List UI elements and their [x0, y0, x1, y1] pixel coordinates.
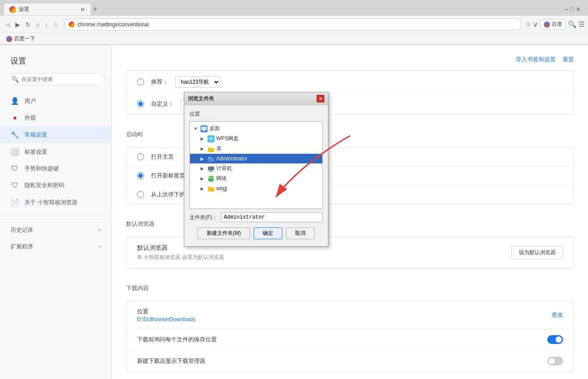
bookmark-button[interactable]: ☆	[51, 19, 60, 30]
window-close-button[interactable]: ✕	[576, 6, 581, 13]
sidebar-item-privacy-label: 隐私安全和密码	[25, 181, 64, 189]
show-manager-toggle[interactable]	[547, 357, 563, 365]
download-button[interactable]: ↓	[43, 19, 49, 30]
reset-link[interactable]: 重置	[563, 56, 574, 64]
tree-item-computer[interactable]: ▶ 计算机	[190, 163, 322, 174]
set-default-button[interactable]: 设为默认浏览器	[511, 246, 563, 259]
dialog-titlebar: 浏览文件夹 ✕	[184, 92, 328, 105]
sidebar-item-tabs-label: 标签设置	[25, 148, 47, 156]
ask-save-toggle[interactable]	[547, 335, 563, 344]
recommend-row: 推荐： hao123导航	[127, 71, 574, 93]
dialog-close-button[interactable]: ✕	[317, 95, 324, 103]
window-maximize-button[interactable]: □	[570, 6, 574, 13]
external-link-icon: ↗	[97, 227, 101, 233]
ask-save-slider	[547, 335, 563, 344]
window-minimize-button[interactable]: ─	[564, 6, 569, 13]
baidu-search-button[interactable]: 百度	[540, 19, 566, 29]
tree-arrow-wps: ▶	[201, 136, 206, 141]
tree-item-wbgj[interactable]: ▶ wbgj	[190, 184, 322, 193]
custom-radio[interactable]	[137, 100, 144, 107]
address-favicon	[69, 21, 75, 28]
change-location-link[interactable]: 更改	[552, 311, 563, 319]
baidu-icon	[544, 21, 550, 28]
settings-title: 设置	[0, 52, 112, 73]
tree-arrow-computer: ▶	[201, 166, 206, 171]
download-section-label: 下载内容	[126, 281, 574, 296]
cancel-button[interactable]: 取消	[286, 227, 315, 239]
sidebar-link-history[interactable]: 历史记录 ↗	[0, 222, 112, 238]
privacy-icon: 🛡	[11, 181, 19, 189]
sidebar-item-user-label: 用户	[25, 97, 36, 105]
recommend-dropdown[interactable]: hao123导航	[175, 76, 220, 88]
startup-newtab-label: 打开新标签页	[151, 172, 185, 180]
tree-arrow-desktop: ▼	[194, 126, 199, 131]
sidebar-item-appearance-label: 外观	[25, 114, 36, 122]
menu-button[interactable]: ☰	[578, 20, 584, 28]
network-icon	[208, 175, 215, 182]
address-bar[interactable]: chrome://settings/conventional	[64, 18, 521, 31]
external-link-icon-2: ↗	[97, 244, 101, 250]
wbgj-label: wbgj	[216, 185, 227, 191]
admin-label: Administrator	[216, 156, 247, 162]
show-manager-label: 新建下载后显示下载管理器	[137, 357, 547, 365]
back-button[interactable]: ◀	[4, 19, 12, 30]
sidebar-item-general-label: 常规设置	[25, 131, 47, 139]
svg-rect-0	[201, 127, 207, 130]
sidebar-item-user[interactable]: 👤 用户	[0, 92, 112, 110]
sidebar-link-extensions[interactable]: 扩展程序 ↗	[0, 238, 112, 255]
tree-arrow-wbgj: ▶	[201, 186, 206, 191]
svg-rect-5	[208, 157, 211, 158]
search-button[interactable]: 🔍	[568, 20, 577, 28]
browse-folder-dialog[interactable]: 浏览文件夹 ✕ 位置 ▼ 桌面 ▶ W	[184, 92, 328, 247]
sidebar-item-about[interactable]: 📄 关于 小智双核浏览器	[0, 194, 112, 211]
startup-restore-radio[interactable]	[137, 191, 144, 198]
sidebar-item-gestures[interactable]: 🛡 手势和快捷键	[0, 160, 112, 177]
tree-item-admin[interactable]: ▶ Administrator	[190, 154, 322, 163]
svg-rect-6	[208, 166, 214, 170]
svg-rect-1	[203, 130, 205, 131]
wrench-icon: 🔧	[11, 131, 19, 139]
tree-item-wps[interactable]: ▶ W WPS网盘	[190, 134, 322, 144]
svg-rect-3	[208, 147, 211, 149]
svg-rect-10	[208, 187, 211, 188]
search-icon: 🔍	[11, 76, 19, 83]
home-button[interactable]: ⌂	[34, 19, 41, 30]
recommend-radio[interactable]	[137, 78, 144, 85]
settings-search-input[interactable]	[7, 73, 105, 85]
svg-rect-7	[210, 171, 212, 172]
settings-search-box[interactable]: 🔍	[7, 73, 105, 85]
bookmark-baidu[interactable]: 百度一下	[4, 34, 38, 43]
user-icon: 👤	[11, 97, 19, 105]
tree-item-desktop[interactable]: ▼ 桌面	[190, 124, 322, 134]
new-folder-button[interactable]: 新建文件夹(M)	[197, 227, 250, 239]
import-link[interactable]: 导入书签和设置	[516, 56, 556, 64]
browser-tab[interactable]: 设置 ✕	[4, 3, 91, 15]
address-text: chrome://settings/conventional	[77, 21, 516, 28]
recommend-label: 推荐：	[151, 78, 168, 86]
new-tab-button[interactable]: +	[93, 5, 98, 14]
dialog-tree[interactable]: ▼ 桌面 ▶ W WPS网盘 ▶	[190, 121, 323, 209]
folder-input-label: 文件夹(F)：	[190, 214, 217, 221]
tree-item-network[interactable]: ▶ 网络	[190, 174, 322, 184]
favorites-button[interactable]: ☆ ∨	[525, 20, 538, 28]
sidebar-item-privacy[interactable]: 🛡 隐私安全和密码	[0, 177, 112, 194]
reload-button[interactable]: ↻	[24, 19, 32, 30]
desktop-icon	[201, 125, 208, 132]
download-section: 下载内容 位置 D:\DcBrowserDownloads 更改 下载前询问每个…	[126, 281, 574, 372]
baidu-label: 百度	[552, 21, 562, 28]
sidebar-item-tabs[interactable]: ⬜ 标签设置	[0, 143, 112, 160]
tab-close-button[interactable]: ✕	[80, 6, 85, 13]
forward-button[interactable]: ▶	[14, 19, 22, 30]
tree-item-library[interactable]: ▶ 库	[190, 144, 322, 154]
sidebar-item-general[interactable]: 🔧 常规设置	[0, 126, 112, 143]
wps-label: WPS网盘	[216, 135, 239, 142]
sidebar-item-about-label: 关于 小智双核浏览器	[25, 198, 77, 206]
startup-newtab-radio[interactable]	[137, 172, 144, 179]
dialog-body: 位置 ▼ 桌面 ▶ W WPS网盘	[184, 105, 328, 246]
folder-input[interactable]	[221, 213, 323, 222]
location-path[interactable]: D:\DcBrowserDownloads	[137, 316, 552, 322]
default-browser-desc: 将 小智双核浏览器 设置为默认浏览器	[137, 254, 224, 261]
sidebar-item-appearance[interactable]: ● 外观	[0, 110, 112, 126]
confirm-button[interactable]: 确定	[254, 227, 282, 239]
startup-home-radio[interactable]	[137, 153, 144, 160]
